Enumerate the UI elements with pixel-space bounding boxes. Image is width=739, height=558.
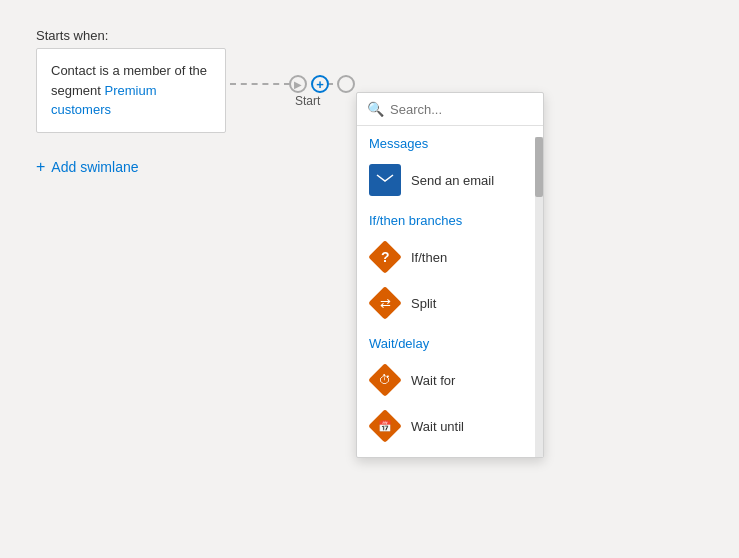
send-email-label: Send an email [411,173,494,188]
wait-until-label: Wait until [411,419,464,434]
trigger-card: Contact is a member of the segment Premi… [36,48,226,133]
canvas: Starts when: Contact is a member of the … [0,0,739,558]
section-label-wait: Wait/delay [357,326,543,357]
email-icon [369,164,401,196]
wait-for-icon: ⏱ [369,364,401,396]
ifthen-icon: ? [369,241,401,273]
panel-content: Messages Send an email If/then branches … [357,126,543,457]
ifthen-label: If/then [411,250,447,265]
split-label: Split [411,296,436,311]
start-label: Start [295,94,320,108]
menu-item-wait-until[interactable]: 📅 Wait until [357,403,543,449]
split-icon: ⇄ [369,287,401,319]
circle-plus[interactable]: + [311,75,329,93]
action-dropdown-panel: 🔍 Messages Send an email If/then branche… [356,92,544,458]
menu-item-split[interactable]: ⇄ Split [357,280,543,326]
scrollbar-track [535,137,543,457]
menu-item-wait-for[interactable]: ⏱ Wait for [357,357,543,403]
wait-for-label: Wait for [411,373,455,388]
connector: ▶ + [230,75,355,93]
search-icon: 🔍 [367,101,384,117]
dashed-line [230,83,290,85]
search-input[interactable] [390,102,533,117]
section-label-messages: Messages [357,126,543,157]
add-swimlane-label: Add swimlane [51,159,138,175]
svg-rect-0 [376,173,394,187]
menu-item-ifthen[interactable]: ? If/then [357,234,543,280]
add-swimlane-button[interactable]: + Add swimlane [36,158,139,176]
plus-icon: + [36,158,45,176]
menu-item-send-email[interactable]: Send an email [357,157,543,203]
search-bar: 🔍 [357,93,543,126]
starts-when-label: Starts when: [36,28,108,43]
circle-end [337,75,355,93]
scrollbar-thumb[interactable] [535,137,543,197]
wait-until-icon: 📅 [369,410,401,442]
section-label-ifthen: If/then branches [357,203,543,234]
circle-start: ▶ [289,75,307,93]
